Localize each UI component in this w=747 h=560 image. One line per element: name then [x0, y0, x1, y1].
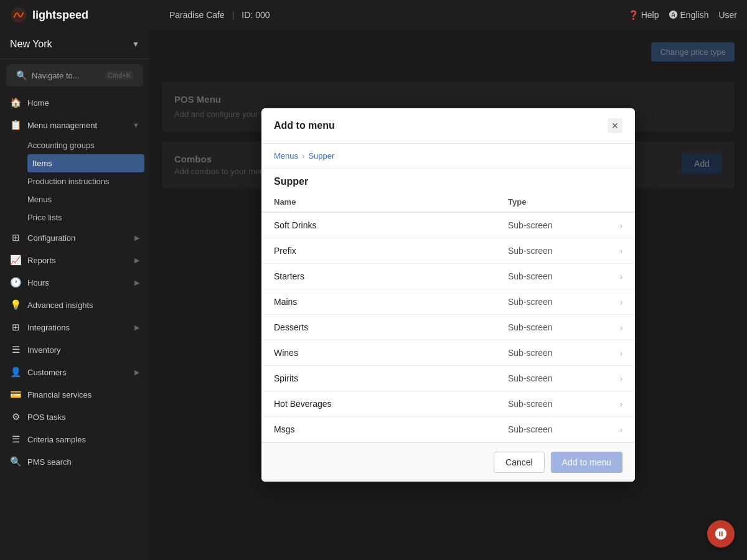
row-name: Hot Beverages [274, 399, 508, 409]
submenu-item-menus[interactable]: Menus [27, 190, 149, 208]
sidebar-item-label: Financial services [27, 390, 92, 399]
search-icon: 🔍 [16, 70, 27, 80]
chevron-right-icon: › [608, 246, 622, 256]
support-fab-button[interactable] [707, 520, 735, 548]
criteria-icon: ☰ [10, 434, 21, 445]
restaurant-name: Paradise Cafe [169, 10, 225, 20]
content-area: Change price type POS Menu Add and confi… [149, 30, 747, 560]
col-name-header: Name [274, 197, 508, 207]
row-name: Soft Drinks [274, 220, 508, 230]
submenu-item-price-lists[interactable]: Price lists [27, 208, 149, 226]
cancel-button[interactable]: Cancel [494, 452, 545, 473]
modal-row-starters[interactable]: Starters Sub-screen › [261, 264, 635, 289]
chevron-right-icon: › [608, 221, 622, 230]
sidebar-item-label: Configuration [27, 233, 75, 243]
sidebar-item-label: Customers [27, 368, 67, 377]
modal-body: Soft Drinks Sub-screen › Prefix Sub-scre… [261, 213, 635, 442]
topbar: lightspeed Paradise Cafe | ID: 000 ❓ Hel… [0, 0, 747, 30]
modal-row-spirits[interactable]: Spirits Sub-screen › [261, 366, 635, 391]
sidebar-item-integrations[interactable]: ⊞ Integrations ▶ [0, 316, 149, 338]
row-type: Sub-screen [508, 373, 608, 383]
chevron-right-icon: ▶ [134, 368, 139, 376]
row-type: Sub-screen [508, 322, 608, 332]
add-to-menu-button[interactable]: Add to menu [551, 452, 622, 473]
chevron-right-icon: ▶ [134, 256, 139, 264]
sidebar-item-label: Menu management [27, 121, 97, 130]
chevron-right-icon: › [608, 425, 622, 434]
language-button[interactable]: 🅐 English [669, 10, 709, 20]
main-layout: New York ▼ 🔍 Navigate to... Cmd+K 🏠 Home… [0, 30, 747, 560]
row-name: Mains [274, 297, 508, 307]
sidebar-item-configuration[interactable]: ⊞ Configuration ▶ [0, 226, 149, 249]
add-to-menu-modal: Add to menu ✕ Menus › Supper Supper Name… [261, 108, 635, 482]
sidebar-item-advanced-insights[interactable]: 💡 Advanced insights [0, 294, 149, 316]
modal-row-wines[interactable]: Wines Sub-screen › [261, 340, 635, 366]
breadcrumb-supper-link[interactable]: Supper [308, 151, 334, 161]
keyboard-shortcut: Cmd+K [105, 71, 133, 80]
topbar-center: Paradise Cafe | ID: 000 [159, 10, 628, 20]
sidebar-item-menu-management[interactable]: 📋 Menu management ▼ [0, 114, 149, 136]
modal-footer: Cancel Add to menu [261, 442, 635, 482]
sidebar-item-label: Home [27, 98, 49, 108]
modal-title: Add to menu [274, 120, 335, 131]
row-name: Msgs [274, 424, 508, 434]
sidebar-item-criteria-samples[interactable]: ☰ Criteria samples [0, 428, 149, 450]
row-name: Wines [274, 348, 508, 358]
row-type: Sub-screen [508, 399, 608, 409]
chevron-right-icon: › [608, 374, 622, 383]
location-selector[interactable]: New York ▼ [0, 30, 149, 59]
sidebar-item-hours[interactable]: 🕐 Hours ▶ [0, 271, 149, 294]
chevron-right-icon: ▶ [134, 279, 139, 287]
chevron-right-icon: › [608, 399, 622, 409]
chevron-right-icon: › [608, 272, 622, 281]
sidebar-item-pos-tasks[interactable]: ⚙ POS tasks [0, 406, 149, 428]
sidebar-item-financial-services[interactable]: 💳 Financial services [0, 383, 149, 406]
row-type: Sub-screen [508, 348, 608, 358]
modal-row-soft-drinks[interactable]: Soft Drinks Sub-screen › [261, 213, 635, 238]
submenu-item-accounting-groups[interactable]: Accounting groups [27, 136, 149, 154]
row-type: Sub-screen [508, 424, 608, 434]
help-button[interactable]: ❓ Help [628, 10, 659, 20]
menu-management-submenu: Accounting groups Items Production instr… [0, 136, 149, 226]
clock-icon: 🕐 [10, 277, 21, 288]
home-icon: 🏠 [10, 97, 21, 108]
sidebar-item-reports[interactable]: 📈 Reports ▶ [0, 249, 149, 271]
row-name: Desserts [274, 322, 508, 332]
modal-row-msgs[interactable]: Msgs Sub-screen › [261, 417, 635, 442]
chevron-right-icon: › [608, 348, 622, 358]
sidebar-item-customers[interactable]: 👤 Customers ▶ [0, 361, 149, 383]
insights-icon: 💡 [10, 299, 21, 310]
inventory-icon: ☰ [10, 344, 21, 355]
row-name: Starters [274, 271, 508, 281]
modal-row-desserts[interactable]: Desserts Sub-screen › [261, 315, 635, 340]
location-name: New York [10, 39, 52, 50]
modal-table-header: Name Type [261, 192, 635, 213]
topbar-right: ❓ Help 🅐 English User [628, 10, 737, 20]
modal-close-button[interactable]: ✕ [608, 118, 622, 133]
modal-row-prefix[interactable]: Prefix Sub-screen › [261, 238, 635, 264]
modal-breadcrumb: Menus › Supper [261, 144, 635, 169]
search-label: Navigate to... [32, 71, 100, 80]
sidebar-item-home[interactable]: 🏠 Home [0, 91, 149, 114]
modal-row-mains[interactable]: Mains Sub-screen › [261, 289, 635, 315]
financial-icon: 💳 [10, 389, 21, 400]
pms-icon: 🔍 [10, 456, 21, 467]
lang-icon: 🅐 [669, 10, 678, 20]
sidebar-item-pms-search[interactable]: 🔍 PMS search [0, 450, 149, 473]
row-type: Sub-screen [508, 246, 608, 256]
breadcrumb-menus-link[interactable]: Menus [274, 151, 298, 161]
integrations-icon: ⊞ [10, 322, 21, 333]
modal-row-hot-beverages[interactable]: Hot Beverages Sub-screen › [261, 391, 635, 417]
row-type: Sub-screen [508, 271, 608, 281]
pos-tasks-icon: ⚙ [10, 411, 21, 422]
navigate-search[interactable]: 🔍 Navigate to... Cmd+K [6, 64, 143, 86]
user-button[interactable]: User [718, 10, 737, 20]
submenu-item-production-instructions[interactable]: Production instructions [27, 172, 149, 190]
row-type: Sub-screen [508, 297, 608, 307]
grid-icon: ⊞ [10, 232, 21, 243]
submenu-item-items[interactable]: Items [27, 154, 144, 172]
sidebar-item-inventory[interactable]: ☰ Inventory [0, 338, 149, 361]
restaurant-id: ID: 000 [242, 10, 270, 20]
sidebar: New York ▼ 🔍 Navigate to... Cmd+K 🏠 Home… [0, 30, 149, 560]
sidebar-item-label: POS tasks [27, 413, 65, 422]
